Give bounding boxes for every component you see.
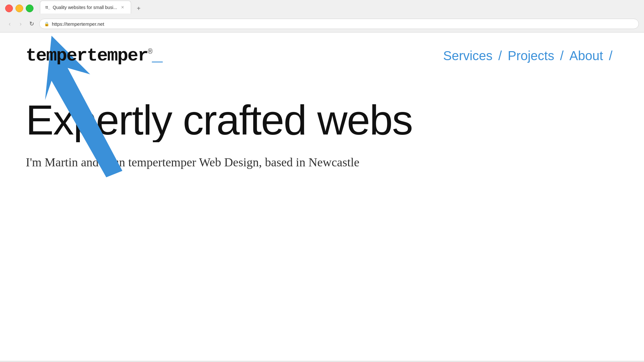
tab-close-button[interactable]: ×	[120, 5, 126, 10]
website-content: tempertemper®_ Services / Projects / Abo…	[0, 32, 644, 361]
browser-addressbar: ‹ › ↻ 🔒 https://tempertemper.net	[0, 17, 644, 32]
nav-separator-1: /	[498, 49, 502, 63]
tab-title: Quality websites for small busi...	[53, 5, 117, 10]
maximize-button[interactable]	[26, 5, 33, 12]
logo-underscore: _	[152, 45, 162, 66]
browser-tabs: tt_ Quality websites for small busi... ×…	[40, 3, 639, 14]
traffic-lights	[5, 5, 33, 12]
close-button[interactable]	[5, 5, 13, 12]
nav-buttons: ‹ › ↻	[5, 19, 36, 28]
tab-favicon: tt_	[45, 5, 50, 10]
minimize-button[interactable]	[15, 5, 23, 12]
nav-link-about[interactable]: About	[569, 49, 603, 63]
back-button[interactable]: ‹	[5, 19, 14, 28]
lock-icon: 🔒	[44, 22, 49, 26]
site-header: tempertemper®_ Services / Projects / Abo…	[0, 32, 644, 79]
hero-section: Expertly crafted webs I'm Martin and I r…	[0, 79, 644, 179]
browser-titlebar: tt_ Quality websites for small busi... ×…	[0, 0, 644, 17]
hero-subtext: I'm Martin and I run tempertemper Web De…	[26, 155, 618, 169]
nav-link-services[interactable]: Services	[443, 49, 492, 63]
site-logo: tempertemper®_	[26, 45, 162, 66]
nav-separator-3: /	[609, 49, 612, 63]
site-nav: Services / Projects / About /	[443, 49, 618, 63]
browser-tab[interactable]: tt_ Quality websites for small busi... ×	[40, 1, 131, 14]
logo-registered: ®	[148, 48, 152, 56]
address-bar[interactable]: 🔒 https://tempertemper.net	[39, 19, 639, 29]
nav-separator-2: /	[560, 49, 564, 63]
refresh-button[interactable]: ↻	[27, 19, 36, 28]
hero-heading: Expertly crafted webs	[26, 98, 618, 142]
browser-chrome: tt_ Quality websites for small busi... ×…	[0, 0, 644, 32]
url-text: https://tempertemper.net	[52, 21, 104, 27]
nav-link-projects[interactable]: Projects	[508, 49, 554, 63]
new-tab-button[interactable]: +	[134, 3, 144, 14]
forward-button[interactable]: ›	[16, 19, 25, 28]
logo-text: tempertemper	[26, 45, 148, 66]
